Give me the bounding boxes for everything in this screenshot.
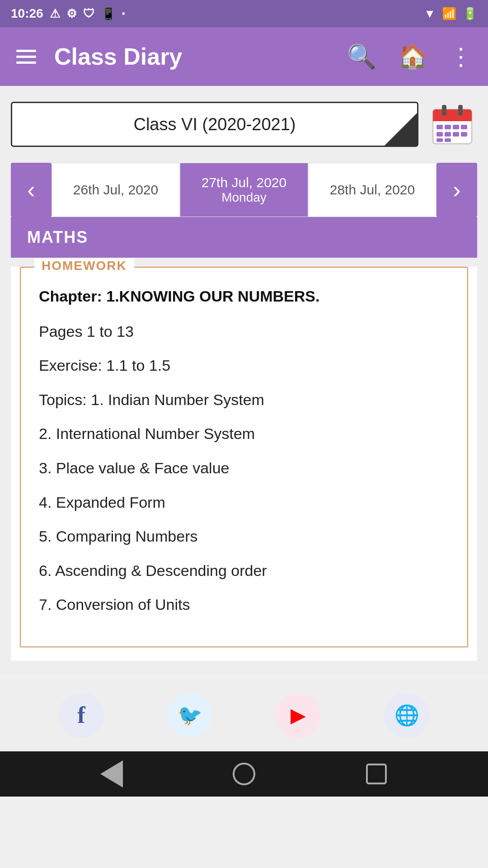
hamburger-line-2: [16, 56, 36, 58]
more-icon[interactable]: ⋮: [449, 43, 472, 70]
calendar-button[interactable]: [427, 99, 477, 149]
next-date-button[interactable]: ›: [436, 163, 477, 217]
homework-item-5: 4. Expanded Form: [39, 492, 449, 514]
app-bar: Class Diary 🔍 🏠 ⋮: [0, 27, 488, 86]
homework-item-4: 3. Place value & Face value: [39, 458, 449, 479]
app-bar-actions: 🔍 🏠 ⋮: [347, 43, 472, 71]
hamburger-menu[interactable]: [16, 50, 36, 64]
hamburger-line-3: [16, 61, 36, 64]
hamburger-line-1: [16, 50, 36, 52]
homework-item-8: 7. Conversion of Units: [39, 594, 449, 616]
class-selector-text: Class VI (2020-2021): [133, 115, 296, 134]
svg-rect-13: [436, 138, 443, 142]
app-title: Class Diary: [54, 43, 347, 70]
home-nav-button[interactable]: [228, 758, 260, 790]
homework-label: HOMEWORK: [34, 259, 134, 273]
class-selector-dropdown[interactable]: Class VI (2020-2021): [11, 102, 418, 147]
subject-name: MATHS: [27, 228, 88, 246]
sim-icon: 📱: [101, 7, 116, 21]
svg-rect-11: [453, 132, 459, 137]
status-bar: 10:26 ⚠ ⚙ 🛡 📱 • ▼ 📶 🔋: [0, 0, 488, 27]
home-icon[interactable]: 🏠: [398, 43, 427, 71]
svg-rect-9: [436, 132, 443, 137]
svg-rect-6: [445, 125, 451, 129]
back-arrow-icon: [100, 760, 123, 788]
dropdown-arrow-icon: [385, 113, 417, 146]
subject-header: MATHS: [11, 217, 477, 258]
date-tabs: 26th Jul, 2020 27th Jul, 2020 Monday 28t…: [52, 163, 436, 217]
calendar-icon: [432, 104, 473, 145]
social-bar: f 🐦 ▶ 🌐: [0, 679, 488, 751]
svg-rect-4: [458, 105, 463, 116]
content-area: Class VI (2020-2021): [0, 86, 488, 675]
warning-icon: ⚠: [50, 7, 60, 21]
recents-nav-button[interactable]: [361, 758, 392, 790]
twitter-button[interactable]: 🐦: [167, 693, 212, 738]
date-nav: ‹ 26th Jul, 2020 27th Jul, 2020 Monday 2…: [11, 163, 477, 217]
settings-icon: ⚙: [66, 7, 77, 21]
svg-rect-12: [461, 132, 467, 137]
battery-icon: 🔋: [463, 7, 477, 21]
svg-rect-7: [453, 125, 459, 129]
dot-icon: •: [122, 9, 125, 19]
svg-rect-14: [445, 138, 451, 142]
homework-card: HOMEWORK Chapter: 1.KNOWING OUR NUMBERS.…: [20, 267, 468, 647]
globe-icon: 🌐: [394, 703, 419, 727]
wifi-icon: ▼: [424, 7, 436, 21]
homework-item-1: Exercise: 1.1 to 1.5: [39, 355, 449, 377]
svg-rect-5: [436, 125, 443, 129]
homework-item-3: 2. International Number System: [39, 423, 449, 445]
svg-rect-8: [461, 125, 467, 129]
shield-icon: 🛡: [83, 7, 95, 21]
status-right: ▼ 📶 🔋: [424, 7, 477, 21]
active-date-label: 27th Jul, 2020: [202, 175, 286, 190]
homework-item-2: Topics: 1. Indian Number System: [39, 389, 449, 411]
next-date-tab[interactable]: 28th Jul, 2020: [308, 163, 436, 217]
homework-item-6: 5. Comparing Numbers: [39, 526, 449, 547]
recents-square-icon: [366, 764, 387, 784]
nav-bar: [0, 751, 488, 797]
active-day-label: Monday: [202, 190, 286, 205]
website-button[interactable]: 🌐: [384, 693, 429, 738]
svg-rect-10: [445, 132, 451, 137]
facebook-button[interactable]: f: [59, 693, 104, 738]
svg-rect-2: [433, 116, 472, 121]
status-time: 10:26: [11, 6, 43, 21]
facebook-icon: f: [77, 702, 85, 728]
home-circle-icon: [233, 763, 255, 785]
twitter-icon: 🐦: [178, 703, 202, 727]
prev-date-button[interactable]: ‹: [11, 163, 52, 217]
prev-date-tab[interactable]: 26th Jul, 2020: [52, 163, 180, 217]
homework-chapter: Chapter: 1.KNOWING OUR NUMBERS.: [39, 286, 449, 307]
youtube-icon: ▶: [291, 703, 306, 726]
svg-rect-3: [442, 105, 446, 116]
homework-item-0: Pages 1 to 13: [39, 321, 449, 343]
active-date-tab[interactable]: 27th Jul, 2020 Monday: [180, 163, 308, 217]
back-nav-button[interactable]: [96, 758, 127, 790]
youtube-button[interactable]: ▶: [276, 693, 321, 738]
class-selector-row: Class VI (2020-2021): [11, 99, 477, 149]
homework-item-7: 6. Ascending & Descending order: [39, 560, 449, 582]
signal-icon: 📶: [442, 7, 456, 21]
search-icon[interactable]: 🔍: [347, 43, 376, 71]
status-left: 10:26 ⚠ ⚙ 🛡 📱 •: [11, 6, 125, 21]
